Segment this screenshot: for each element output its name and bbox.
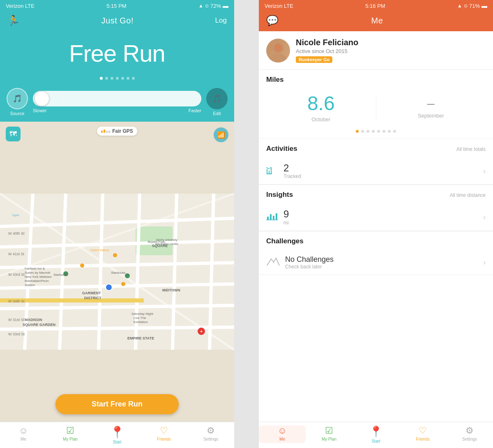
start-free-run-button[interactable]: Start Free Run	[55, 394, 179, 414]
svg-text:+: +	[200, 329, 203, 334]
left-nav-title: Just Go!	[101, 16, 134, 25]
m-dot-3	[366, 130, 369, 133]
right-nav-title: Me	[371, 16, 383, 25]
settings-icon-left: ⚙	[207, 425, 215, 436]
right-tab-bar: ☺ Me ☑ My Plan 📍 Start ♡ Friends ⚙ Setti…	[259, 422, 493, 448]
svg-text:W 43rd St: W 43rd St	[8, 272, 25, 277]
activity-icon	[266, 166, 280, 177]
m-dot-2	[361, 130, 364, 133]
right-time: 5:16 PM	[365, 3, 385, 9]
svg-text:DISTRICT: DISTRICT	[84, 296, 101, 300]
miles-section: Miles 8.6 October – September	[259, 70, 493, 139]
controls-bar: 🎵 Source Slower Faster 🎵 Edit	[0, 85, 234, 122]
settings-label-left: Settings	[203, 437, 218, 441]
slider-track[interactable]	[33, 91, 201, 106]
map-icon[interactable]: 🗺	[6, 127, 21, 141]
wifi-icon: 📶	[217, 131, 225, 139]
gps-bar-4	[108, 131, 110, 133]
tab-friends-right[interactable]: ♡ Friends	[399, 425, 446, 443]
edit-label: Edit	[213, 111, 221, 116]
me-icon-right: ☺	[278, 425, 287, 436]
tab-start-left[interactable]: 📍 Start	[94, 425, 141, 443]
activity-row[interactable]: 2 Tracked ›	[259, 158, 493, 185]
challenges-row[interactable]: No Challenges Check back later ›	[259, 250, 493, 275]
location-icon: ▲	[198, 3, 203, 9]
myplan-label: My Plan	[63, 437, 78, 441]
challenges-header: Challenges	[259, 231, 493, 245]
svg-rect-62	[267, 217, 269, 220]
svg-text:New York Midtown: New York Midtown	[25, 275, 52, 279]
dot-3	[111, 77, 113, 80]
tab-start-right[interactable]: 📍 Start	[352, 425, 399, 443]
dot-6	[127, 77, 129, 80]
map-area: W 40th St W 41st St W 43rd St W 34th St …	[0, 122, 234, 422]
gps-bar-1	[101, 131, 103, 133]
log-button[interactable]: Log	[215, 16, 227, 25]
right-location-icon: ▲	[457, 3, 462, 9]
svg-text:W 40th St: W 40th St	[8, 231, 25, 236]
wifi-button[interactable]: 📶	[214, 127, 228, 142]
friends-icon-right: ♡	[419, 425, 427, 436]
start-icon-right: 📍	[369, 425, 382, 438]
map-pin-icon: 🗺	[9, 130, 17, 139]
tab-myplan-left[interactable]: ☑ My Plan	[47, 425, 94, 443]
svg-text:W 33rd St: W 33rd St	[8, 332, 25, 336]
svg-point-24	[80, 263, 84, 268]
friends-label-right: Friends	[416, 437, 429, 441]
insights-header: Insights All time distance	[259, 185, 493, 199]
challenge-content: No Challenges Check back later	[285, 255, 483, 270]
gps-bar-2	[104, 129, 105, 133]
svg-text:Manhattan/Penn: Manhattan/Penn	[25, 279, 49, 283]
challenges-chevron: ›	[483, 258, 486, 267]
source-control[interactable]: 🎵 Source	[7, 88, 28, 116]
insights-sub: All time distance	[450, 192, 486, 198]
svg-text:Exhibition: Exhibition	[134, 320, 148, 324]
svg-point-55	[274, 44, 282, 52]
battery-icon: ▬	[223, 2, 228, 9]
slider-thumb[interactable]	[35, 91, 49, 106]
insights-row[interactable]: 9 mi ›	[259, 204, 493, 231]
miles-current-value: 8.6	[266, 92, 376, 115]
right-battery-area: ▲ ⊙ 71% ▬	[457, 2, 487, 9]
tab-me-right[interactable]: ☺ Me	[259, 425, 306, 443]
gps-bar-3	[106, 131, 108, 133]
m-dot-5	[377, 130, 380, 133]
pace-slider[interactable]: Slower Faster	[33, 91, 201, 113]
tab-myplan-right[interactable]: ☑ My Plan	[306, 425, 352, 443]
left-battery: 72%	[210, 3, 221, 9]
miles-current-label: October	[266, 116, 376, 122]
miles-content: 8.6 October – September	[266, 89, 486, 127]
svg-text:Starbucks: Starbucks	[111, 271, 126, 275]
profile-since: Active since Oct 2015	[296, 48, 486, 54]
source-label: Source	[10, 111, 25, 116]
tab-friends-left[interactable]: ♡ Friends	[141, 425, 187, 443]
runner-icon: 🏃	[7, 15, 20, 26]
svg-point-54	[269, 53, 287, 62]
friends-icon: ♡	[160, 425, 168, 436]
activity-count: 2	[283, 163, 483, 173]
svg-text:SQUARE GARDEN: SQUARE GARDEN	[23, 323, 55, 327]
map-svg: W 40th St W 41st St W 43rd St W 34th St …	[0, 122, 234, 422]
miles-previous-value: –	[376, 96, 486, 111]
right-battery-icon: ▬	[481, 2, 487, 9]
svg-text:Saturday Night: Saturday Night	[131, 312, 154, 316]
activity-chevron: ›	[483, 167, 486, 176]
svg-text:W 34th St: W 34th St	[8, 299, 25, 303]
dot-5	[121, 77, 124, 80]
svg-line-60	[266, 167, 269, 169]
svg-text:W 31st St: W 31st St	[8, 318, 25, 322]
svg-text:Starbucks: Starbucks	[53, 273, 68, 277]
profile-info: Nicole Feliciano Active since Oct 2015 R…	[296, 38, 486, 63]
right-status-bar: Verizon LTE 5:16 PM ▲ ⊙ 71% ▬	[259, 0, 493, 12]
me-label-right: Me	[279, 437, 285, 441]
tab-settings-right[interactable]: ⚙ Settings	[446, 425, 493, 443]
myplan-icon-right: ☑	[325, 425, 333, 436]
edit-control[interactable]: 🎵 Edit	[206, 88, 228, 116]
activities-section: Activities All time totals 2 Tracked ›	[259, 139, 493, 185]
profile-name: Nicole Feliciano	[296, 38, 486, 47]
chat-icon[interactable]: 💬	[266, 15, 279, 26]
tab-settings-left[interactable]: ⚙ Settings	[187, 425, 234, 443]
tab-me-left[interactable]: ☺ Me	[0, 425, 47, 443]
music-icon: 🎵	[13, 94, 22, 103]
no-challenges-title: No Challenges	[285, 255, 483, 264]
